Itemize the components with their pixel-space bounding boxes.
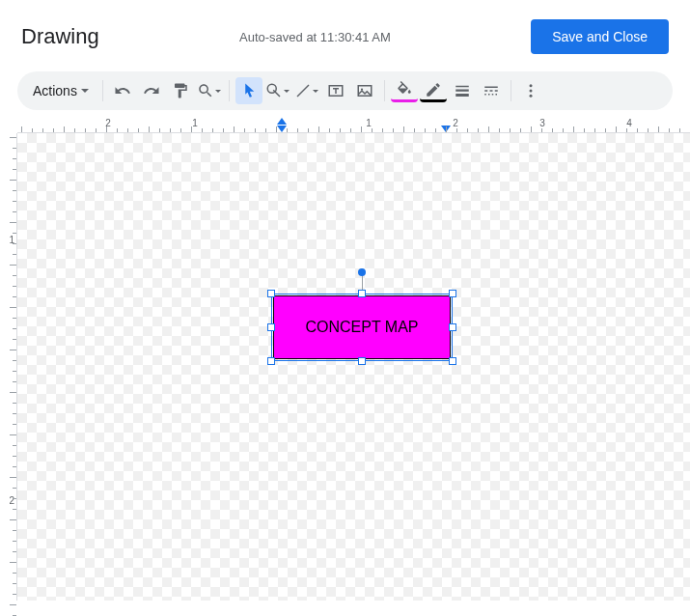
svg-rect-14 — [495, 94, 497, 96]
pencil-icon — [425, 81, 442, 98]
ruler-tick-label: 2 — [9, 495, 14, 506]
svg-rect-5 — [455, 90, 469, 92]
shape-text: CONCEPT MAP — [305, 319, 418, 336]
resize-handle-s[interactable] — [358, 357, 366, 365]
ruler-tick-label: 3 — [539, 118, 545, 128]
svg-rect-11 — [484, 94, 486, 96]
actions-label: Actions — [33, 83, 77, 98]
svg-rect-10 — [495, 90, 498, 92]
separator — [384, 80, 385, 101]
zoom-button[interactable] — [196, 77, 223, 104]
paint-roller-icon — [172, 82, 189, 99]
line-tool-button[interactable] — [293, 77, 320, 104]
resize-handle-w[interactable] — [267, 323, 275, 331]
paint-bucket-icon — [396, 81, 413, 98]
ruler-tick-label: 1 — [366, 118, 372, 128]
svg-rect-8 — [484, 90, 487, 92]
redo-button[interactable] — [138, 77, 165, 104]
select-tool-button[interactable] — [235, 77, 262, 104]
concept-map-shape[interactable]: CONCEPT MAP — [273, 295, 451, 359]
drawing-canvas[interactable]: CONCEPT MAP — [17, 133, 690, 601]
image-button[interactable] — [351, 77, 378, 104]
border-dash-icon — [483, 82, 500, 99]
more-options-button[interactable] — [517, 77, 544, 104]
svg-rect-6 — [455, 94, 469, 97]
resize-handle-ne[interactable] — [449, 290, 456, 297]
ruler-tick-label: 4 — [626, 118, 632, 128]
separator — [102, 80, 103, 101]
undo-button[interactable] — [109, 77, 136, 104]
separator — [511, 80, 511, 101]
page-title: Drawing — [21, 24, 99, 49]
resize-handle-n[interactable] — [358, 290, 366, 297]
redo-icon — [143, 82, 160, 99]
border-dash-button[interactable] — [478, 77, 505, 104]
resize-handle-sw[interactable] — [267, 357, 275, 365]
resize-handle-se[interactable] — [449, 357, 456, 365]
more-vertical-icon — [522, 82, 539, 99]
shape-icon — [265, 82, 283, 99]
undo-icon — [114, 82, 131, 99]
save-and-close-button[interactable]: Save and Close — [531, 19, 669, 54]
autosave-status: Auto-saved at 11:30:41 AM — [239, 30, 391, 44]
left-indent-marker[interactable] — [277, 118, 287, 125]
resize-handle-e[interactable] — [449, 323, 456, 331]
left-indent-marker-bottom[interactable] — [277, 126, 287, 132]
svg-point-16 — [529, 90, 532, 93]
ruler-tick-label: 1 — [192, 118, 198, 128]
separator — [229, 80, 230, 101]
svg-rect-4 — [455, 86, 469, 88]
text-box-button[interactable] — [322, 77, 349, 104]
resize-handle-nw[interactable] — [267, 290, 275, 297]
svg-rect-12 — [488, 94, 490, 96]
image-icon — [356, 82, 373, 99]
svg-rect-9 — [489, 90, 492, 92]
cursor-icon — [240, 82, 258, 99]
border-weight-button[interactable] — [449, 77, 476, 104]
horizontal-ruler: 2 1 1 2 3 4 — [17, 118, 690, 133]
svg-rect-13 — [492, 94, 494, 96]
rotation-handle[interactable] — [358, 268, 366, 276]
svg-point-15 — [529, 84, 532, 87]
text-box-icon — [327, 82, 345, 99]
fill-color-button[interactable] — [391, 79, 418, 102]
actions-menu-button[interactable]: Actions — [25, 79, 97, 102]
border-weight-icon — [454, 82, 471, 99]
paint-format-button[interactable] — [167, 77, 194, 104]
border-color-button[interactable] — [420, 79, 447, 102]
svg-point-17 — [529, 95, 532, 98]
svg-rect-7 — [484, 87, 498, 89]
ruler-tick-label: 2 — [453, 118, 458, 128]
line-icon — [294, 82, 312, 99]
zoom-icon — [197, 82, 214, 99]
vertical-ruler: 1 2 — [0, 133, 17, 601]
shape-tool-button[interactable] — [264, 77, 291, 104]
toolbar: Actions — [17, 71, 673, 110]
